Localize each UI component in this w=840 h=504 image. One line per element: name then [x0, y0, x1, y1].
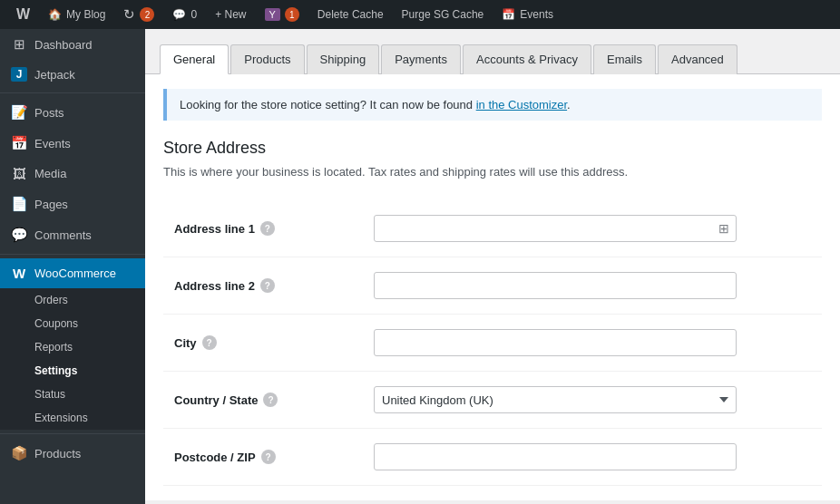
- sidebar-item-events[interactable]: 📅 Events: [0, 128, 145, 159]
- comments-icon: 💬: [172, 8, 186, 21]
- address1-input-wrapper: ⊞: [374, 215, 737, 242]
- yoast-count: 1: [285, 7, 299, 22]
- country-input-cell: United Kingdom (UK) United States (US) G…: [363, 372, 822, 429]
- country-select[interactable]: United Kingdom (UK) United States (US) G…: [374, 386, 737, 413]
- my-blog-item[interactable]: 🏠 My Blog: [39, 0, 114, 29]
- posts-icon: 📝: [11, 104, 27, 121]
- delete-cache-item[interactable]: Delete Cache: [308, 0, 393, 29]
- divider-1: [0, 92, 145, 93]
- store-notice-info: Looking for the store notice setting? It…: [163, 89, 822, 121]
- address2-help-icon[interactable]: ?: [260, 278, 275, 293]
- admin-bar: W 🏠 My Blog ↻ 2 💬 0 + New Y 1 Delete Cac…: [0, 0, 840, 29]
- events-item[interactable]: 📅 Events: [493, 0, 562, 29]
- tab-general[interactable]: General: [160, 44, 229, 74]
- products-icon: 📦: [11, 445, 27, 461]
- sidebar-sub-reports[interactable]: Reports: [0, 335, 145, 359]
- sidebar-sub-coupons[interactable]: Coupons: [0, 312, 145, 335]
- table-row: City ?: [163, 315, 822, 372]
- events-sidebar-icon: 📅: [11, 135, 27, 151]
- city-help-icon[interactable]: ?: [202, 335, 217, 350]
- sidebar-item-pages[interactable]: 📄 Pages: [0, 189, 145, 219]
- updates-item[interactable]: ↻ 2: [114, 0, 163, 29]
- address1-input[interactable]: [374, 215, 737, 242]
- updates-count: 2: [140, 7, 154, 22]
- purge-sg-item[interactable]: Purge SG Cache: [393, 0, 493, 29]
- address1-help-icon[interactable]: ?: [260, 221, 275, 236]
- woo-submenu: Orders Coupons Reports Settings Status E…: [0, 288, 145, 430]
- address1-field-icon: ⊞: [718, 221, 729, 236]
- sidebar-item-posts[interactable]: 📝 Posts: [0, 97, 145, 128]
- comments-sidebar-icon: 💬: [11, 227, 27, 243]
- address2-input-cell: [363, 257, 822, 315]
- sidebar-sub-status[interactable]: Status: [0, 383, 145, 406]
- tab-products[interactable]: Products: [230, 44, 304, 74]
- settings-tabs: General Products Shipping Payments Accou…: [145, 29, 840, 74]
- calendar-icon: 📅: [502, 8, 515, 21]
- address2-input[interactable]: [374, 272, 737, 299]
- store-address-form: Address line 1 ? ⊞: [163, 200, 822, 486]
- jetpack-icon: J: [11, 67, 27, 82]
- sidebar-item-woocommerce[interactable]: W WooCommerce: [0, 258, 145, 288]
- home-icon: 🏠: [48, 8, 62, 21]
- media-icon: 🖼: [11, 166, 27, 181]
- main-content: General Products Shipping Payments Accou…: [145, 29, 840, 504]
- table-row: Postcode / ZIP ?: [163, 429, 822, 486]
- general-settings-content: Looking for the store notice setting? It…: [145, 74, 840, 500]
- postcode-help-icon[interactable]: ?: [261, 450, 276, 464]
- country-help-icon[interactable]: ?: [263, 393, 278, 407]
- new-content-item[interactable]: + New: [206, 0, 255, 29]
- sidebar: ⊞ Dashboard J Jetpack 📝 Posts 📅 Events 🖼…: [0, 29, 145, 504]
- city-label-cell: City ?: [163, 315, 363, 372]
- updates-icon: ↻: [123, 6, 135, 23]
- sidebar-item-comments[interactable]: 💬 Comments: [0, 219, 145, 250]
- address2-label-cell: Address line 2 ?: [163, 257, 363, 315]
- pages-icon: 📄: [11, 196, 27, 212]
- yoast-item[interactable]: Y 1: [256, 0, 308, 29]
- city-input-cell: [363, 315, 822, 372]
- tab-accounts-privacy[interactable]: Accounts & Privacy: [463, 44, 591, 74]
- wp-logo-item[interactable]: W: [7, 0, 39, 29]
- store-address-title: Store Address: [163, 139, 822, 158]
- store-address-desc: This is where your business is located. …: [163, 165, 822, 179]
- sidebar-item-jetpack[interactable]: J Jetpack: [0, 60, 145, 89]
- plus-icon: + New: [215, 8, 246, 21]
- wp-logo-icon: W: [16, 6, 30, 23]
- dashboard-icon: ⊞: [11, 36, 27, 53]
- tab-shipping[interactable]: Shipping: [307, 44, 380, 74]
- address1-input-cell: ⊞: [363, 200, 822, 257]
- tab-emails[interactable]: Emails: [593, 44, 656, 74]
- divider-2: [0, 254, 145, 255]
- table-row: Address line 1 ? ⊞: [163, 200, 822, 257]
- country-label-cell: Country / State ?: [163, 372, 363, 429]
- postcode-label-cell: Postcode / ZIP ?: [163, 429, 363, 486]
- postcode-input[interactable]: [374, 443, 737, 470]
- postcode-input-cell: [363, 429, 822, 486]
- sidebar-item-dashboard[interactable]: ⊞ Dashboard: [0, 29, 145, 60]
- tab-advanced[interactable]: Advanced: [658, 44, 737, 74]
- table-row: Country / State ? United Kingdom (UK) Un…: [163, 372, 822, 429]
- comments-item[interactable]: 💬 0: [163, 0, 206, 29]
- sidebar-sub-extensions[interactable]: Extensions: [0, 406, 145, 430]
- divider-3: [0, 433, 145, 434]
- city-input[interactable]: [374, 329, 737, 356]
- address1-label-cell: Address line 1 ?: [163, 200, 363, 257]
- customizer-link[interactable]: in the Customizer: [476, 98, 567, 111]
- sidebar-item-media[interactable]: 🖼 Media: [0, 159, 145, 189]
- yoast-icon: Y: [265, 8, 280, 21]
- sidebar-sub-orders[interactable]: Orders: [0, 288, 145, 312]
- woocommerce-icon: W: [11, 266, 27, 281]
- sidebar-sub-settings[interactable]: Settings: [0, 359, 145, 383]
- tab-payments[interactable]: Payments: [381, 44, 461, 74]
- table-row: Address line 2 ?: [163, 257, 822, 315]
- sidebar-item-products[interactable]: 📦 Products: [0, 438, 145, 469]
